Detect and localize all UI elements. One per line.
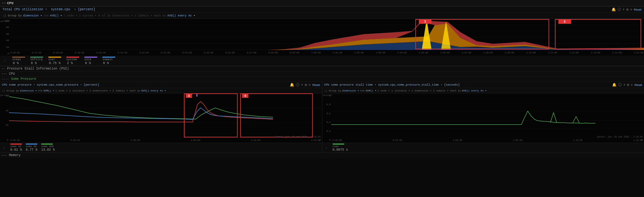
percent-unit-1: percent (0, 94, 10, 97)
iowait-label: iowait (102, 58, 115, 61)
svg-text:1: 1 (424, 20, 426, 23)
reset-button-3[interactable]: Reset (634, 83, 642, 87)
memory-section-label: --- Memory (0, 153, 644, 158)
some300-bar (41, 144, 53, 145)
some-pressure-section-label: ---- Some Pressure (0, 77, 644, 82)
main-chart-svg: 1 2 (10, 19, 644, 50)
legend-some60: some 60 6.77 % (26, 144, 37, 152)
main-chart-canvas: 100 80 60 40 20 0 percent (0, 19, 644, 56)
title-bar: ←→ CPU (0, 0, 644, 6)
user-label: user (48, 58, 61, 61)
some60-value: 6.77 % (26, 148, 37, 152)
legend-some10: some 10 0.61 % (10, 144, 22, 152)
reset-button[interactable]: Reset (634, 8, 641, 11)
close-icon-3[interactable]: ✕ (631, 83, 633, 87)
expand-icon-2[interactable]: ⊞ (305, 83, 307, 87)
bottom-chart2-svg (331, 93, 644, 138)
resize-icon-2[interactable]: ⤢ (641, 138, 643, 142)
svg-text:3: 3 (188, 94, 190, 98)
system-color-bar (66, 57, 79, 58)
chart-header: Total CPU utilization › system.cpu › [pe… (0, 6, 644, 13)
bottom-charts-row: CPU some pressure › system.cpu_some_pres… (0, 82, 644, 153)
close-icon[interactable]: ✕ (630, 7, 632, 12)
legend-nice: nice 0 % (84, 57, 97, 65)
nice-label: nice (84, 58, 97, 61)
x-axis-labels: 0:46:00 0:47:00 0:48:00 0:49:00 0:50:00 … (10, 50, 644, 56)
bottom-chart2-header: CPU some pressure stall time › system.cp… (322, 82, 644, 88)
bottom-chart1-svg: 3 4 (9, 93, 322, 138)
y-axis-unit: percent (1, 20, 10, 23)
reset-button-2[interactable]: Reset (312, 83, 320, 87)
group-label: ↓| Group by (3, 14, 22, 17)
steal-label: steal (12, 58, 25, 61)
bottom-chart1-icons: 🔔 ⓘ ⬇ ⊞ ✕ Reset (290, 82, 320, 87)
download-icon-3[interactable]: ⬇ (623, 83, 626, 87)
user-value: 0.75 % (48, 61, 61, 65)
legend-time: time 0.0075 s (333, 144, 348, 152)
bottom-chart2-icons: 🔔 ⓘ ⬇ ⊞ ✕ Reset (612, 82, 642, 87)
info-icon-2[interactable]: ⓘ (296, 82, 299, 87)
scroll-down-icon[interactable]: ↓ (3, 59, 7, 62)
scroll-down-icon-2[interactable]: ↓ (2, 146, 6, 149)
svg-rect-25 (241, 94, 312, 137)
softirq-label: softirq (30, 58, 43, 61)
legend-row: ↓ steal 0 % softirq 0 % user 0.75 % (0, 56, 644, 66)
bottom-chart1-title: CPU some pressure › system.cpu_some_pres… (2, 83, 99, 87)
time-bar (333, 144, 344, 145)
svg-text:2: 2 (564, 20, 566, 23)
some60-bar (26, 144, 37, 145)
nice-color-bar (84, 57, 97, 58)
page-title: CPU (7, 1, 14, 5)
bottom-chart1-header: CPU some pressure › system.cpu_some_pres… (0, 82, 322, 88)
softirq-value: 0 % (30, 61, 43, 65)
avg-select[interactable]: AVG() ▾ (50, 14, 62, 17)
chart-unit: › [percent] (72, 8, 95, 11)
legend-iowait: iowait 0 % (102, 57, 115, 65)
seconds-unit: seconds (323, 94, 332, 97)
download-icon[interactable]: ⬇ (623, 7, 625, 12)
system-value: 2 % (66, 61, 79, 65)
bottom-legend-2: ↓ time 0.0075 s (322, 143, 644, 152)
bottom-chart1-canvas: 60 40 20 0 percent (0, 93, 322, 143)
group-by-bar: ↓| Group by dimension ▾ the AVG() ▾ 1 no… (0, 13, 644, 19)
some300-value: 13.02 % (41, 148, 55, 152)
info-icon-3[interactable]: ⓘ (618, 82, 622, 87)
legend-user: user 0.75 % (48, 57, 61, 65)
bottom-chart-stall: CPU some pressure stall time › system.cp… (322, 82, 644, 152)
expand-icon-3[interactable]: ⊞ (627, 83, 629, 87)
bottom-x-axis-1: 0:50:00 0:55:00 1:00:00 1:05:00 1:10:00 … (9, 138, 322, 143)
bell-icon-2[interactable]: 🔔 (290, 83, 294, 87)
some10-bar (10, 144, 22, 145)
some10-label: some 10 (10, 145, 22, 148)
softirq-color-bar (30, 57, 43, 58)
svg-rect-22 (184, 94, 237, 137)
legend-softirq: softirq 0 % (30, 57, 43, 65)
some10-value: 0.61 % (10, 148, 22, 152)
chart-top-icons: 🔔 ⓘ ⬇ ⊞ ✕ Reset (611, 7, 641, 12)
time-value: 0.0075 s (333, 148, 348, 152)
bottom-chart2-canvas: 1 0.8 0.6 0.4 0.2 0 seconds (322, 93, 644, 143)
psi-section-label: -- Pressure Stall Information (PSI) (0, 66, 644, 71)
interval-select[interactable]: AVG() every 4s ▾ (167, 14, 195, 17)
bottom-x-axis-2: 0:50:00 0:55:00 1:00:00 1:05:00 1:10:00 … (331, 138, 644, 143)
latest-label-1: Latest: jue, 02 ene 2025 - 1:15:44 (275, 136, 321, 138)
close-icon-2[interactable]: ✕ (308, 83, 311, 87)
info-icon[interactable]: ⓘ (618, 7, 621, 12)
dimension-select[interactable]: dimension ▾ (23, 14, 42, 17)
bell-icon[interactable]: 🔔 (611, 7, 616, 12)
scroll-down-icon-3[interactable]: ↓ (324, 146, 329, 149)
steal-color-bar (12, 57, 25, 58)
bottom-chart2-title: CPU some pressure stall time › system.cp… (324, 83, 460, 87)
system-label: system (66, 58, 79, 61)
user-color-bar (48, 57, 61, 58)
chart-metric: system.cpu (51, 8, 70, 11)
bottom-legend-1: ↓ some 10 0.61 % some 60 6.77 % some 3 (0, 143, 322, 152)
legend-steal: steal 0 % (12, 57, 25, 65)
download-icon-2[interactable]: ⬇ (301, 83, 303, 87)
some60-label: some 60 (26, 145, 37, 148)
bottom-chart2-groupby: ↓| Group by dimension ▾ the SUM() ▾ 1 no… (322, 88, 644, 93)
bell-icon-3[interactable]: 🔔 (612, 83, 617, 87)
resize-icon-1[interactable]: ⤢ (319, 138, 321, 142)
nice-value: 0 % (84, 61, 97, 65)
expand-icon[interactable]: ⊞ (626, 7, 629, 12)
